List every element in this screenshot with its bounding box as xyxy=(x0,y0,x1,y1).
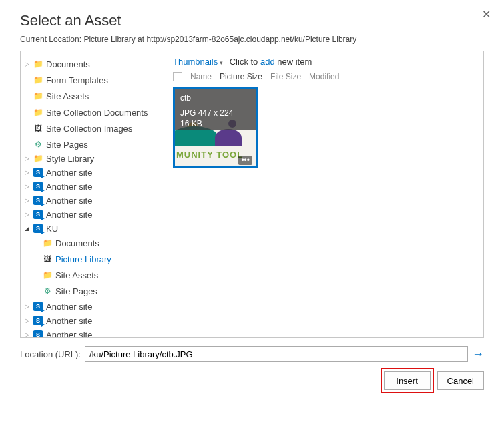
tile-dims: JPG 447 x 224 xyxy=(180,108,251,118)
tree-item-label: Site Pages xyxy=(55,286,97,296)
tree-item[interactable]: Picture Library xyxy=(34,254,111,264)
tree-item[interactable]: ▷Another site xyxy=(25,209,92,220)
tree-item[interactable]: Form Templates xyxy=(25,75,108,85)
tree-pane[interactable]: ▷DocumentsForm TemplatesSite AssetsSite … xyxy=(21,51,166,337)
tree-item-label: Another site xyxy=(46,316,92,326)
tile-size: 16 KB xyxy=(180,118,251,129)
tree-item-label: Documents xyxy=(46,59,90,69)
col-file-size[interactable]: File Size xyxy=(270,72,301,81)
tree-item-label: Site Assets xyxy=(55,270,98,280)
tile-name: ctb xyxy=(180,93,251,103)
tree-item-label: Picture Library xyxy=(55,254,111,264)
twisty-closed-icon[interactable]: ▷ xyxy=(25,317,31,324)
tree-item-label: Site Collection Images xyxy=(46,124,132,134)
img-icon xyxy=(33,123,43,134)
tree-item[interactable]: Site Collection Documents xyxy=(25,107,148,118)
go-arrow-icon[interactable]: → xyxy=(472,347,484,361)
tree-item[interactable]: ▷Style Library xyxy=(25,153,94,164)
sp-icon xyxy=(33,301,43,312)
tree-item-label: Another site xyxy=(46,302,92,312)
twisty-closed-icon[interactable]: ▷ xyxy=(25,303,31,310)
tile-overlay: ctb JPG 447 x 224 16 KB xyxy=(175,89,256,130)
tree-item-label: Another site xyxy=(46,196,92,206)
tree-item-label: Another site xyxy=(46,210,92,220)
tree-item-label: Site Pages xyxy=(46,140,88,150)
tree-item[interactable]: ▷Documents xyxy=(25,59,90,69)
tree-item[interactable]: ◢KU xyxy=(25,223,58,234)
tree-item[interactable]: Site Assets xyxy=(25,91,89,101)
sp-icon xyxy=(33,315,43,326)
tree-item-label: Site Collection Documents xyxy=(46,108,148,118)
tree-item-label: Form Templates xyxy=(46,75,108,85)
tree-item[interactable]: ▷Another site xyxy=(25,167,92,178)
tree-item-label: Documents xyxy=(55,238,99,248)
folder-icon xyxy=(42,238,53,248)
sp-icon xyxy=(33,181,43,192)
tree-item[interactable]: Site Pages xyxy=(34,286,97,296)
folder-icon xyxy=(33,153,43,164)
folder-icon xyxy=(33,91,43,101)
dialog-title: Select an Asset xyxy=(20,12,484,29)
sp-icon xyxy=(33,223,43,234)
tree-item-label: Style Library xyxy=(46,154,94,164)
content-header: Thumbnails Click to add new item xyxy=(173,55,477,71)
tree-item[interactable]: Site Assets xyxy=(34,270,98,280)
twisty-closed-icon[interactable]: ▷ xyxy=(25,211,31,218)
twisty-closed-icon[interactable]: ▷ xyxy=(25,61,31,67)
folder-icon xyxy=(33,59,43,69)
tree-item[interactable]: ▷Another site xyxy=(25,315,92,326)
current-location-value: Picture Library at http://sp2013farm-82o… xyxy=(83,35,356,44)
tree-item[interactable]: ▷Another site xyxy=(25,195,92,206)
add-link[interactable]: add xyxy=(260,57,275,67)
insert-button[interactable]: Insert xyxy=(384,371,431,390)
add-item-prompt: Click to add new item xyxy=(230,57,312,67)
tree-item[interactable]: ▷Another site xyxy=(25,181,92,192)
gear-icon xyxy=(33,139,43,150)
col-name[interactable]: Name xyxy=(190,72,212,81)
current-location-label: Current Location: xyxy=(20,35,83,44)
tree-item-label: KU xyxy=(46,224,58,234)
location-url-label: Location (URL): xyxy=(20,349,81,359)
main-panel: ▷DocumentsForm TemplatesSite AssetsSite … xyxy=(20,51,484,338)
close-icon[interactable]: ✕ xyxy=(482,8,491,21)
tree-item-label: Another site xyxy=(46,168,92,178)
twisty-closed-icon[interactable]: ▷ xyxy=(25,155,31,162)
tree-item-label: Another site xyxy=(46,182,92,192)
asset-tile[interactable]: MUNITY TOOL ctb JPG 447 x 224 16 KB ••• xyxy=(173,87,258,168)
gear-icon xyxy=(42,286,53,296)
tree-item[interactable]: ▷Another site xyxy=(25,329,92,337)
tree-item-label: Site Assets xyxy=(46,91,89,101)
location-row: Location (URL): → xyxy=(20,346,484,362)
twisty-closed-icon[interactable]: ▷ xyxy=(25,331,31,337)
tree-item[interactable]: ▷Another site xyxy=(25,301,92,312)
col-modified[interactable]: Modified xyxy=(309,72,339,81)
current-location: Current Location: Picture Library at htt… xyxy=(20,35,484,44)
location-url-input[interactable] xyxy=(85,346,468,362)
folder-icon xyxy=(33,75,43,85)
tile-menu-icon[interactable]: ••• xyxy=(238,156,252,165)
col-picture-size[interactable]: Picture Size xyxy=(220,72,262,81)
tree-item[interactable]: Site Pages xyxy=(25,139,88,150)
tree-item[interactable]: Site Collection Images xyxy=(25,123,132,134)
select-all-checkbox[interactable] xyxy=(173,72,182,81)
twisty-open-icon[interactable]: ◢ xyxy=(25,225,31,232)
twisty-closed-icon[interactable]: ▷ xyxy=(25,183,31,190)
view-dropdown[interactable]: Thumbnails xyxy=(173,57,223,67)
tree-item[interactable]: Documents xyxy=(34,238,99,248)
content-pane: Thumbnails Click to add new item Name Pi… xyxy=(166,51,483,337)
img-icon xyxy=(42,254,53,264)
sp-icon xyxy=(33,167,43,178)
column-headers: Name Picture Size File Size Modified xyxy=(173,71,477,87)
twisty-closed-icon[interactable]: ▷ xyxy=(25,169,31,176)
folder-icon xyxy=(42,270,53,280)
cancel-button[interactable]: Cancel xyxy=(437,371,484,390)
sp-icon xyxy=(33,329,43,337)
folder-icon xyxy=(33,107,43,118)
sp-icon xyxy=(33,195,43,206)
button-row: Insert Cancel xyxy=(20,371,484,390)
tree-item-label: Another site xyxy=(46,330,92,338)
twisty-closed-icon[interactable]: ▷ xyxy=(25,197,31,204)
sp-icon xyxy=(33,209,43,220)
